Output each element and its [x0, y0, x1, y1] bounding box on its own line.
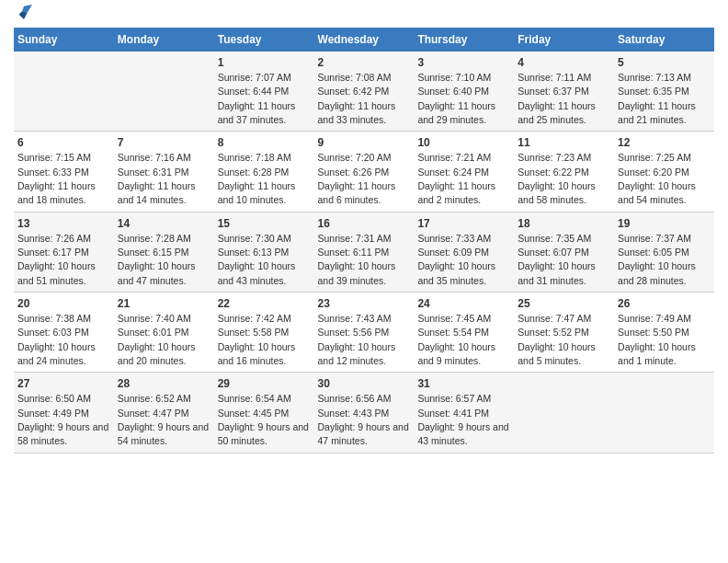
- calendar-cell: [514, 373, 614, 453]
- day-number: 8: [218, 135, 311, 151]
- cell-info: Sunrise: 7:18 AMSunset: 6:28 PMDaylight:…: [218, 152, 296, 205]
- calendar-cell: 23Sunrise: 7:43 AMSunset: 5:56 PMDayligh…: [314, 293, 415, 373]
- calendar-cell: [114, 52, 214, 132]
- calendar-cell: 12Sunrise: 7:25 AMSunset: 6:20 PMDayligh…: [614, 132, 714, 212]
- day-number: 5: [618, 55, 711, 71]
- cell-info: Sunrise: 7:20 AMSunset: 6:26 PMDaylight:…: [318, 152, 396, 205]
- day-number: 17: [417, 216, 510, 232]
- calendar-cell: 22Sunrise: 7:42 AMSunset: 5:58 PMDayligh…: [214, 293, 314, 373]
- calendar-cell: 15Sunrise: 7:30 AMSunset: 6:13 PMDayligh…: [214, 212, 314, 292]
- calendar-table: SundayMondayTuesdayWednesdayThursdayFrid…: [14, 28, 714, 454]
- calendar-cell: 2Sunrise: 7:08 AMSunset: 6:42 PMDaylight…: [314, 52, 415, 132]
- calendar-cell: 9Sunrise: 7:20 AMSunset: 6:26 PMDaylight…: [314, 132, 415, 212]
- cell-info: Sunrise: 7:37 AMSunset: 6:05 PMDaylight:…: [618, 233, 696, 286]
- cell-info: Sunrise: 7:42 AMSunset: 5:58 PMDaylight:…: [218, 313, 296, 366]
- cell-info: Sunrise: 7:08 AMSunset: 6:42 PMDaylight:…: [318, 72, 396, 125]
- calendar-cell: [14, 52, 114, 132]
- weekday-header: Thursday: [414, 28, 514, 52]
- calendar-cell: 1Sunrise: 7:07 AMSunset: 6:44 PMDaylight…: [214, 52, 314, 132]
- day-number: 9: [318, 135, 411, 151]
- day-number: 13: [17, 216, 110, 232]
- calendar-cell: 16Sunrise: 7:31 AMSunset: 6:11 PMDayligh…: [314, 212, 415, 292]
- calendar-cell: 14Sunrise: 7:28 AMSunset: 6:15 PMDayligh…: [114, 212, 214, 292]
- cell-info: Sunrise: 6:57 AMSunset: 4:41 PMDaylight:…: [417, 393, 508, 446]
- calendar-cell: 27Sunrise: 6:50 AMSunset: 4:49 PMDayligh…: [14, 373, 114, 453]
- calendar-week-row: 20Sunrise: 7:38 AMSunset: 6:03 PMDayligh…: [14, 293, 714, 373]
- svg-marker-0: [22, 5, 32, 13]
- calendar-cell: 6Sunrise: 7:15 AMSunset: 6:33 PMDaylight…: [14, 132, 114, 212]
- calendar-cell: 28Sunrise: 6:52 AMSunset: 4:47 PMDayligh…: [114, 373, 214, 453]
- calendar-week-row: 6Sunrise: 7:15 AMSunset: 6:33 PMDaylight…: [14, 132, 714, 212]
- day-number: 4: [518, 55, 610, 71]
- calendar-cell: 3Sunrise: 7:10 AMSunset: 6:40 PMDaylight…: [414, 52, 514, 132]
- calendar-week-row: 1Sunrise: 7:07 AMSunset: 6:44 PMDaylight…: [14, 52, 714, 132]
- day-number: 16: [318, 216, 411, 232]
- cell-info: Sunrise: 7:33 AMSunset: 6:09 PMDaylight:…: [417, 233, 495, 286]
- calendar-week-row: 27Sunrise: 6:50 AMSunset: 4:49 PMDayligh…: [14, 373, 714, 453]
- svg-marker-1: [19, 11, 28, 19]
- weekday-header: Sunday: [14, 28, 114, 52]
- calendar-cell: 29Sunrise: 6:54 AMSunset: 4:45 PMDayligh…: [214, 373, 314, 453]
- calendar-cell: 17Sunrise: 7:33 AMSunset: 6:09 PMDayligh…: [414, 212, 514, 292]
- calendar-cell: 11Sunrise: 7:23 AMSunset: 6:22 PMDayligh…: [514, 132, 614, 212]
- cell-info: Sunrise: 7:13 AMSunset: 6:35 PMDaylight:…: [618, 72, 696, 125]
- calendar-cell: 4Sunrise: 7:11 AMSunset: 6:37 PMDaylight…: [514, 52, 614, 132]
- calendar-cell: 25Sunrise: 7:47 AMSunset: 5:52 PMDayligh…: [514, 293, 614, 373]
- calendar-cell: 20Sunrise: 7:38 AMSunset: 6:03 PMDayligh…: [14, 293, 114, 373]
- day-number: 11: [518, 135, 610, 151]
- calendar-cell: 31Sunrise: 6:57 AMSunset: 4:41 PMDayligh…: [414, 373, 514, 453]
- cell-info: Sunrise: 7:07 AMSunset: 6:44 PMDaylight:…: [218, 72, 296, 125]
- cell-info: Sunrise: 7:21 AMSunset: 6:24 PMDaylight:…: [417, 152, 495, 205]
- cell-info: Sunrise: 7:43 AMSunset: 5:56 PMDaylight:…: [318, 313, 396, 366]
- day-number: 27: [17, 376, 110, 392]
- calendar-cell: 10Sunrise: 7:21 AMSunset: 6:24 PMDayligh…: [414, 132, 514, 212]
- calendar-cell: 5Sunrise: 7:13 AMSunset: 6:35 PMDaylight…: [614, 52, 714, 132]
- day-number: 22: [218, 296, 311, 312]
- cell-info: Sunrise: 7:11 AMSunset: 6:37 PMDaylight:…: [518, 72, 596, 125]
- weekday-header: Friday: [514, 28, 614, 52]
- cell-info: Sunrise: 7:45 AMSunset: 5:54 PMDaylight:…: [417, 313, 495, 366]
- cell-info: Sunrise: 6:52 AMSunset: 4:47 PMDaylight:…: [118, 393, 209, 446]
- day-number: 21: [118, 296, 210, 312]
- day-number: 15: [218, 216, 311, 232]
- cell-info: Sunrise: 7:23 AMSunset: 6:22 PMDaylight:…: [518, 152, 596, 205]
- cell-info: Sunrise: 7:16 AMSunset: 6:31 PMDaylight:…: [118, 152, 196, 205]
- cell-info: Sunrise: 6:56 AMSunset: 4:43 PMDaylight:…: [318, 393, 409, 446]
- day-number: 3: [417, 55, 510, 71]
- day-number: 24: [417, 296, 510, 312]
- calendar-cell: 13Sunrise: 7:26 AMSunset: 6:17 PMDayligh…: [14, 212, 114, 292]
- day-number: 2: [318, 55, 411, 71]
- cell-info: Sunrise: 7:31 AMSunset: 6:11 PMDaylight:…: [318, 233, 396, 286]
- day-number: 25: [518, 296, 610, 312]
- day-number: 20: [17, 296, 110, 312]
- cell-info: Sunrise: 7:47 AMSunset: 5:52 PMDaylight:…: [518, 313, 596, 366]
- day-number: 18: [518, 216, 610, 232]
- calendar-cell: 19Sunrise: 7:37 AMSunset: 6:05 PMDayligh…: [614, 212, 714, 292]
- cell-info: Sunrise: 6:54 AMSunset: 4:45 PMDaylight:…: [218, 393, 309, 446]
- logo-bird-icon: [16, 4, 32, 20]
- calendar-cell: 24Sunrise: 7:45 AMSunset: 5:54 PMDayligh…: [414, 293, 514, 373]
- day-number: 1: [218, 55, 311, 71]
- day-number: 7: [118, 135, 210, 151]
- cell-info: Sunrise: 6:50 AMSunset: 4:49 PMDaylight:…: [17, 393, 108, 446]
- page-header: [14, 9, 714, 20]
- calendar-cell: 21Sunrise: 7:40 AMSunset: 6:01 PMDayligh…: [114, 293, 214, 373]
- cell-info: Sunrise: 7:35 AMSunset: 6:07 PMDaylight:…: [518, 233, 596, 286]
- day-number: 10: [417, 135, 510, 151]
- calendar-cell: 18Sunrise: 7:35 AMSunset: 6:07 PMDayligh…: [514, 212, 614, 292]
- day-number: 14: [118, 216, 210, 232]
- calendar-cell: 26Sunrise: 7:49 AMSunset: 5:50 PMDayligh…: [614, 293, 714, 373]
- calendar-cell: [614, 373, 714, 453]
- cell-info: Sunrise: 7:30 AMSunset: 6:13 PMDaylight:…: [218, 233, 296, 286]
- cell-info: Sunrise: 7:26 AMSunset: 6:17 PMDaylight:…: [17, 233, 96, 286]
- header-row: SundayMondayTuesdayWednesdayThursdayFrid…: [14, 28, 714, 52]
- day-number: 12: [618, 135, 711, 151]
- day-number: 29: [218, 376, 311, 392]
- cell-info: Sunrise: 7:49 AMSunset: 5:50 PMDaylight:…: [618, 313, 696, 366]
- day-number: 23: [318, 296, 411, 312]
- cell-info: Sunrise: 7:25 AMSunset: 6:20 PMDaylight:…: [618, 152, 696, 205]
- day-number: 19: [618, 216, 711, 232]
- cell-info: Sunrise: 7:10 AMSunset: 6:40 PMDaylight:…: [417, 72, 495, 125]
- calendar-cell: 30Sunrise: 6:56 AMSunset: 4:43 PMDayligh…: [314, 373, 415, 453]
- day-number: 6: [17, 135, 110, 151]
